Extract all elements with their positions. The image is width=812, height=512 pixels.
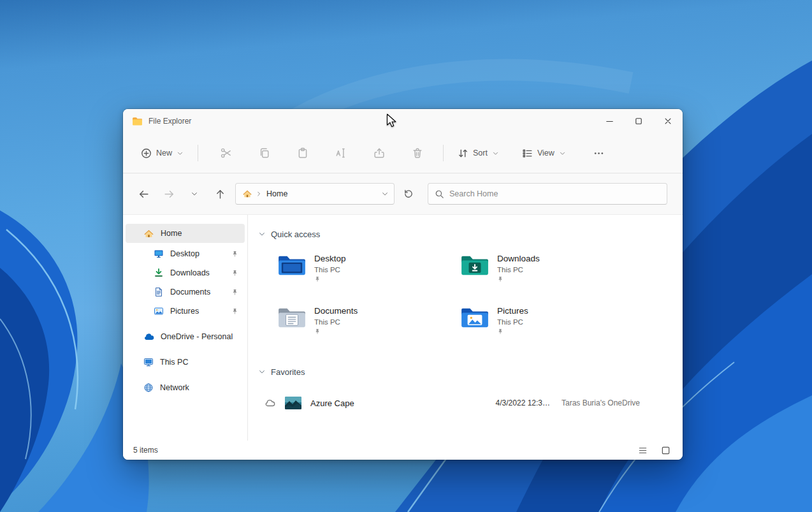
quick-access-tile-desktop[interactable]: Desktop This PC [277, 249, 460, 302]
share-icon [373, 147, 385, 159]
documents-folder-icon [277, 305, 307, 330]
minimize-icon [605, 117, 614, 126]
sidebar-item-pictures[interactable]: Pictures [126, 302, 245, 321]
paste-icon [297, 147, 308, 159]
sidebar-item-label: OneDrive - Personal [161, 332, 233, 341]
close-button[interactable] [653, 109, 683, 133]
minimize-button[interactable] [595, 109, 624, 133]
sidebar-item-onedrive[interactable]: OneDrive - Personal [126, 327, 245, 346]
back-button[interactable] [133, 184, 154, 204]
pin-icon [231, 289, 238, 296]
file-date-modified: 4/3/2022 12:3… [480, 399, 550, 407]
large-thumbnails-view-button[interactable] [657, 443, 674, 458]
pictures-folder-icon [460, 305, 489, 330]
mouse-cursor [386, 113, 400, 129]
section-title: Quick access [271, 230, 320, 239]
sidebar-spacer [123, 321, 247, 327]
search-input[interactable] [449, 189, 660, 198]
tile-name: Pictures [497, 305, 528, 317]
tile-location: This PC [314, 318, 358, 326]
quick-access-tile-documents[interactable]: Documents This PC [277, 302, 460, 354]
sidebar-item-this-pc[interactable]: This PC [126, 353, 245, 372]
sidebar-item-label: Home [161, 229, 182, 238]
cut-button[interactable] [212, 142, 240, 165]
titlebar[interactable]: File Explorer [123, 109, 683, 133]
tile-text: Documents This PC [314, 305, 358, 335]
ellipsis-icon [593, 148, 604, 159]
copy-icon [259, 147, 270, 159]
sort-button[interactable]: Sort [451, 143, 505, 164]
new-button[interactable]: New [134, 143, 190, 164]
sidebar-item-desktop[interactable]: Desktop [126, 244, 245, 263]
search-icon [435, 189, 444, 199]
window-controls [595, 109, 683, 133]
rename-icon [335, 147, 347, 159]
view-button[interactable]: View [516, 143, 572, 164]
more-options-button[interactable] [585, 142, 613, 165]
details-view-button[interactable] [634, 443, 651, 458]
pictures-icon [154, 306, 164, 316]
this-pc-icon [143, 357, 154, 367]
pin-icon [314, 328, 358, 335]
file-explorer-app-icon [132, 116, 143, 127]
favorites-header[interactable]: Favorites [258, 365, 683, 378]
refresh-button[interactable] [398, 184, 419, 204]
sidebar-item-home[interactable]: Home [126, 224, 245, 243]
back-icon [138, 189, 149, 200]
view-button-label: View [537, 149, 555, 157]
collapse-chevron-icon[interactable] [258, 368, 266, 376]
chevron-down-icon [492, 150, 499, 157]
sidebar-spacer [123, 372, 247, 378]
up-icon [215, 189, 226, 200]
recent-locations-button[interactable] [184, 184, 205, 204]
status-view-toggles [634, 443, 674, 458]
favorites-file-row[interactable]: Azure Cape 4/3/2022 12:3… Taras Buria's … [258, 393, 683, 413]
address-bar[interactable]: Home [235, 183, 395, 205]
refresh-icon [403, 189, 414, 199]
share-button[interactable] [365, 142, 393, 165]
forward-button[interactable] [159, 184, 179, 204]
quick-access-tile-pictures[interactable]: Pictures This PC [460, 302, 643, 354]
breadcrumb-home[interactable]: Home [266, 189, 287, 198]
up-button[interactable] [210, 184, 230, 204]
address-dropdown-icon[interactable] [381, 190, 389, 198]
cut-icon [221, 147, 232, 159]
maximize-button[interactable] [624, 109, 653, 133]
sidebar-item-downloads[interactable]: Downloads [126, 263, 245, 282]
items-count: 5 items [133, 446, 158, 455]
chevron-down-icon [559, 150, 566, 157]
tile-name: Desktop [314, 253, 346, 265]
tile-text: Desktop This PC [314, 253, 346, 282]
quick-access-header[interactable]: Quick access [258, 228, 683, 240]
details-view-icon [638, 446, 648, 455]
view-icon [522, 148, 533, 159]
pin-icon [497, 276, 540, 282]
sidebar-item-network[interactable]: Network [126, 378, 245, 397]
tile-name: Documents [314, 305, 358, 317]
large-thumbnails-icon [661, 446, 671, 455]
sort-button-label: Sort [473, 149, 488, 157]
collapse-chevron-icon[interactable] [258, 230, 266, 238]
copy-button[interactable] [250, 142, 279, 165]
rename-button[interactable] [327, 142, 355, 165]
forward-icon [164, 189, 175, 200]
pin-icon [314, 276, 346, 282]
sidebar-item-label: This PC [160, 358, 188, 367]
pin-icon [231, 308, 238, 315]
home-breadcrumb-icon [242, 189, 252, 199]
delete-button[interactable] [403, 142, 431, 165]
status-bar: 5 items [123, 441, 683, 460]
tile-text: Downloads This PC [497, 253, 540, 282]
navigation-pane: Home Desktop Downloads Documents Picture… [123, 215, 248, 441]
onedrive-status-cloud-icon [265, 398, 275, 409]
quick-access-tile-downloads[interactable]: Downloads This PC [460, 249, 643, 302]
sidebar-item-label: Documents [170, 288, 210, 296]
file-source: Taras Buria's OneDrive [554, 399, 670, 407]
close-icon [663, 117, 672, 126]
onedrive-cloud-icon [143, 332, 154, 342]
sidebar-item-documents[interactable]: Documents [126, 282, 245, 302]
search-box [428, 183, 667, 205]
paste-button[interactable] [289, 142, 317, 165]
file-thumbnail [285, 397, 301, 409]
sidebar-item-label: Desktop [170, 249, 199, 258]
